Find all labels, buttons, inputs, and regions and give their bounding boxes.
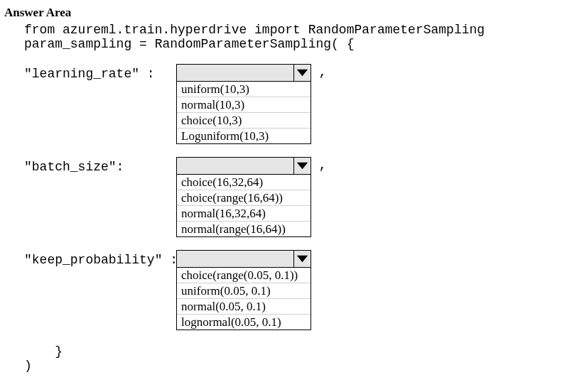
code-closing-paren: ) bbox=[24, 359, 563, 373]
option-lognormal-005[interactable]: lognormal(0.05, 0.1) bbox=[177, 315, 310, 330]
answer-area-title: Answer Area bbox=[4, 6, 563, 20]
batch-size-dropdown[interactable] bbox=[176, 157, 311, 175]
param-label-keep-probability: "keep_probability" : bbox=[24, 250, 176, 267]
option-normal-16-32-64[interactable]: normal(16,32,64) bbox=[177, 206, 310, 222]
learning-rate-dropdown[interactable] bbox=[176, 64, 311, 82]
chevron-down-icon bbox=[293, 65, 310, 81]
svg-marker-2 bbox=[297, 256, 308, 263]
option-choice[interactable]: choice(10,3) bbox=[177, 113, 310, 129]
option-loguniform[interactable]: Loguniform(10,3) bbox=[177, 129, 310, 143]
code-line-assign: param_sampling = RandomParameterSampling… bbox=[24, 37, 563, 51]
chevron-down-icon bbox=[293, 251, 310, 267]
param-row-learning-rate: "learning_rate" : , uniform(10,3) normal… bbox=[24, 64, 563, 144]
option-normal[interactable]: normal(10,3) bbox=[177, 97, 310, 113]
param-label-batch-size: "batch_size": bbox=[24, 157, 176, 174]
batch-size-options: choice(16,32,64) choice(range(16,64)) no… bbox=[176, 175, 311, 237]
svg-marker-0 bbox=[297, 70, 308, 77]
chevron-down-icon bbox=[293, 158, 310, 174]
dropdown-area-learning-rate: , uniform(10,3) normal(10,3) choice(10,3… bbox=[176, 64, 327, 144]
keep-probability-dropdown[interactable] bbox=[176, 250, 311, 268]
trailing-comma: , bbox=[311, 64, 327, 80]
svg-marker-1 bbox=[297, 163, 308, 170]
option-normal-range[interactable]: normal(range(16,64)) bbox=[177, 222, 310, 236]
dropdown-area-batch-size: , choice(16,32,64) choice(range(16,64)) … bbox=[176, 157, 327, 237]
dropdown-area-keep-probability: choice(range(0.05, 0.1)) uniform(0.05, 0… bbox=[176, 250, 311, 330]
code-line-import: from azureml.train.hyperdrive import Ran… bbox=[24, 23, 563, 37]
option-choice-16-32-64[interactable]: choice(16,32,64) bbox=[177, 175, 310, 190]
option-uniform-005[interactable]: uniform(0.05, 0.1) bbox=[177, 283, 310, 299]
param-label-learning-rate: "learning_rate" : bbox=[24, 64, 176, 81]
trailing-comma: , bbox=[311, 157, 327, 173]
param-row-keep-probability: "keep_probability" : choice(range(0.05, … bbox=[24, 250, 563, 330]
option-uniform[interactable]: uniform(10,3) bbox=[177, 82, 310, 97]
code-closing-brace: } bbox=[24, 344, 563, 359]
option-choice-range-005[interactable]: choice(range(0.05, 0.1)) bbox=[177, 268, 310, 283]
option-normal-005[interactable]: normal(0.05, 0.1) bbox=[177, 299, 310, 315]
option-choice-range[interactable]: choice(range(16,64)) bbox=[177, 190, 310, 206]
param-row-batch-size: "batch_size": , choice(16,32,64) choice(… bbox=[24, 157, 563, 237]
keep-probability-options: choice(range(0.05, 0.1)) uniform(0.05, 0… bbox=[176, 268, 311, 330]
learning-rate-options: uniform(10,3) normal(10,3) choice(10,3) … bbox=[176, 82, 311, 144]
